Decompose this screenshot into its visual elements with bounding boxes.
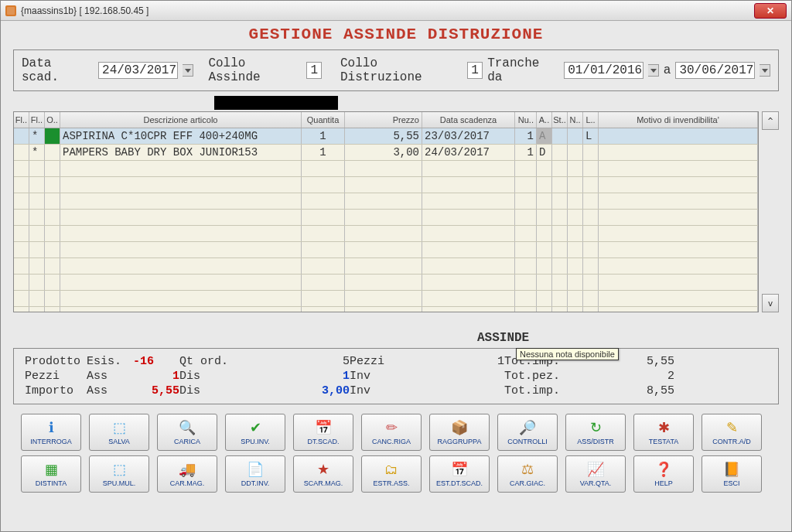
ddt-inv-button[interactable]: 📄DDT.INV. bbox=[225, 455, 285, 493]
cell-col-st[interactable] bbox=[552, 128, 568, 144]
cell-col-fla[interactable] bbox=[14, 128, 29, 144]
toolbar-button-label: CONTR.A/D bbox=[712, 438, 751, 445]
cell-col-fla[interactable] bbox=[14, 145, 29, 160]
summary-ass-label: Ass bbox=[87, 370, 133, 383]
grid-header-row: Fl.. Fl.. O.. Descrizione articolo Quant… bbox=[14, 112, 758, 128]
table-row-empty bbox=[14, 177, 758, 193]
cell-col-st[interactable] bbox=[552, 145, 568, 160]
data-grid[interactable]: Fl.. Fl.. O.. Descrizione articolo Quant… bbox=[13, 111, 759, 312]
data-scad-input[interactable]: 24/03/2017 bbox=[98, 62, 178, 79]
col-prezzo[interactable]: Prezzo bbox=[345, 112, 422, 128]
collo-distruzione-input[interactable]: 1 bbox=[467, 62, 483, 79]
cell-col-l[interactable] bbox=[583, 145, 599, 160]
chevron-down-icon[interactable] bbox=[648, 64, 659, 77]
toolbar-button-label: CONTROLLI bbox=[507, 438, 548, 445]
contr-ad-button[interactable]: ✎CONTR.A/D bbox=[702, 414, 762, 451]
chevron-down-icon[interactable] bbox=[760, 64, 770, 77]
ass-distr-button[interactable]: ↻ASS/DISTR bbox=[565, 414, 626, 451]
summary-ass2-value: 5,55 bbox=[133, 384, 179, 397]
tranche-from-input[interactable]: 01/01/2016 bbox=[564, 62, 644, 79]
app-window: {maassins1b} [ 192.168.50.45 ] ✕ GESTION… bbox=[0, 0, 792, 532]
salva-button[interactable]: ⬚SALVA bbox=[89, 414, 149, 451]
cell-col-l[interactable]: L bbox=[583, 128, 599, 144]
esci-button[interactable]: 📙ESCI bbox=[702, 455, 762, 493]
dt-scad-button[interactable]: 📅DT.SCAD. bbox=[293, 414, 353, 451]
scroll-up-button[interactable]: ^ bbox=[762, 111, 779, 130]
cell-col-n[interactable] bbox=[568, 128, 583, 144]
toolbar-button-label: ESCI bbox=[723, 479, 739, 487]
chevron-down-icon[interactable] bbox=[183, 64, 193, 77]
cell-col-nu[interactable]: 1 bbox=[515, 145, 537, 160]
cell-col-scad[interactable]: 23/03/2017 bbox=[422, 128, 515, 144]
col-n[interactable]: N.. bbox=[568, 112, 583, 128]
summary-totimp2-value: 8,55 bbox=[613, 384, 674, 397]
spu-inv-button[interactable]: ✔SPU.INV. bbox=[225, 414, 285, 451]
params-bar: Data scad. 24/03/2017 Collo Assinde 1 Co… bbox=[13, 49, 779, 91]
raggruppa-button[interactable]: 📦RAGGRUPPA bbox=[429, 414, 490, 451]
scar-mag-button[interactable]: ★SCAR.MAG. bbox=[293, 455, 353, 493]
cell-col-o[interactable] bbox=[45, 128, 60, 144]
cell-col-prezzo[interactable]: 5,55 bbox=[345, 128, 422, 144]
help-button[interactable]: ❓HELP bbox=[633, 455, 694, 493]
tranche-a-label: a bbox=[664, 63, 671, 77]
toolbar-button-label: HELP bbox=[654, 479, 673, 487]
est-dt-scad-icon: 📅 bbox=[450, 461, 469, 478]
col-nu[interactable]: Nu.. bbox=[515, 112, 537, 128]
col-l[interactable]: L.. bbox=[583, 112, 599, 128]
var-qta-button[interactable]: 📈VAR.QTA. bbox=[565, 455, 626, 493]
car-mag-button[interactable]: 🚚CAR.MAG. bbox=[157, 455, 217, 493]
cell-col-n[interactable] bbox=[568, 145, 583, 160]
cell-col-desc[interactable]: PAMPERS BABY DRY BOX JUNIOR153 bbox=[60, 145, 302, 160]
cell-col-flb[interactable]: * bbox=[29, 145, 45, 160]
cell-col-qta[interactable]: 1 bbox=[302, 145, 345, 160]
summary-ass2-label: Ass bbox=[87, 384, 133, 397]
controlli-button[interactable]: 🔎CONTROLLI bbox=[497, 414, 558, 451]
cell-col-mot[interactable] bbox=[599, 128, 758, 144]
car-giac-button[interactable]: ⚖CAR.GIAC. bbox=[497, 455, 558, 493]
col-qta[interactable]: Quantita bbox=[302, 112, 345, 128]
col-st[interactable]: St.. bbox=[552, 112, 568, 128]
tranche-to-input[interactable]: 30/06/2017 bbox=[675, 62, 755, 79]
cell-col-flb[interactable]: * bbox=[29, 128, 45, 144]
close-button[interactable]: ✕ bbox=[754, 3, 787, 19]
table-row-empty bbox=[14, 307, 758, 312]
est-dt-scad-button[interactable]: 📅EST.DT.SCAD. bbox=[429, 455, 490, 493]
cell-col-nu[interactable]: 1 bbox=[515, 128, 537, 144]
table-row-empty bbox=[14, 291, 758, 307]
table-row[interactable]: *ASPIRINA C*10CPR EFF 400+240MG15,5523/0… bbox=[14, 128, 758, 145]
cell-col-prezzo[interactable]: 3,00 bbox=[345, 145, 422, 160]
col-mot[interactable]: Motivo di invendibilita' bbox=[599, 112, 758, 128]
table-row-empty bbox=[14, 210, 758, 226]
table-row[interactable]: *PAMPERS BABY DRY BOX JUNIOR15313,0024/0… bbox=[14, 145, 758, 161]
col-flb[interactable]: Fl.. bbox=[29, 112, 45, 128]
dt-scad-icon: 📅 bbox=[314, 419, 333, 436]
carica-button[interactable]: 🔍CARICA bbox=[157, 414, 217, 451]
col-scad[interactable]: Data scadenza bbox=[422, 112, 515, 128]
collo-assinde-input[interactable]: 1 bbox=[306, 62, 322, 79]
testata-button[interactable]: ✱TESTATA bbox=[633, 414, 694, 451]
col-a[interactable]: A.. bbox=[537, 112, 552, 128]
scroll-down-button[interactable]: v bbox=[762, 294, 779, 312]
estr-ass-button[interactable]: 🗂ESTR.ASS. bbox=[361, 455, 422, 493]
toolbar-button-label: RAGGRUPPA bbox=[438, 438, 482, 445]
cell-col-desc[interactable]: ASPIRINA C*10CPR EFF 400+240MG bbox=[60, 128, 302, 144]
cell-col-scad[interactable]: 24/03/2017 bbox=[422, 145, 515, 160]
spu-mul-button[interactable]: ⬚SPU.MUL. bbox=[89, 455, 149, 493]
col-o[interactable]: O.. bbox=[45, 112, 60, 128]
summary-totpez-value: 2 bbox=[613, 370, 674, 383]
var-qta-icon: 📈 bbox=[586, 461, 605, 478]
interroga-button[interactable]: ℹINTERROGA bbox=[21, 414, 81, 451]
canc-riga-button[interactable]: ✏CANC.RIGA bbox=[361, 414, 422, 451]
summary-dis2-value: 3,00 bbox=[303, 384, 350, 397]
ddt-inv-icon: 📄 bbox=[246, 461, 265, 478]
col-desc[interactable]: Descrizione articolo bbox=[60, 112, 302, 128]
testata-icon: ✱ bbox=[654, 419, 673, 436]
cell-col-o[interactable] bbox=[45, 145, 60, 160]
distinta-button[interactable]: ▦DISTINTA bbox=[21, 455, 81, 493]
toolbar: ℹINTERROGA⬚SALVA🔍CARICA✔SPU.INV.📅DT.SCAD… bbox=[13, 414, 779, 493]
cell-col-a[interactable]: A bbox=[537, 128, 552, 144]
cell-col-mot[interactable] bbox=[599, 145, 758, 160]
cell-col-qta[interactable]: 1 bbox=[302, 128, 345, 144]
cell-col-a[interactable]: D bbox=[537, 145, 552, 160]
col-fla[interactable]: Fl.. bbox=[14, 112, 29, 128]
